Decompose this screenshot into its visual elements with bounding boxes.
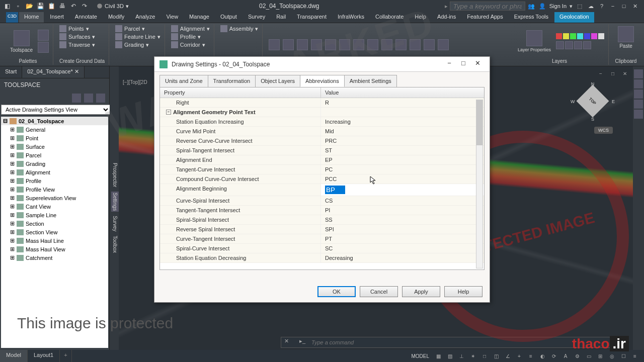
status-lwt-icon[interactable]: ≡ xyxy=(526,351,536,361)
val-0[interactable]: Increasing xyxy=(321,117,484,126)
prop-14[interactable]: Station Equation Decreasing xyxy=(160,253,321,262)
wcs-indicator[interactable]: WCS xyxy=(594,127,613,134)
close-icon[interactable]: ✕ xyxy=(631,2,639,10)
prop-12[interactable]: Curve-Tangent Intersect xyxy=(160,234,321,243)
status-workspace-icon[interactable]: ⚙ xyxy=(572,351,582,361)
toolspace-button[interactable]: Toolspace xyxy=(7,29,36,54)
property-grid[interactable]: RightR −Alignment Geometry Point Text St… xyxy=(160,98,484,268)
prop-2[interactable]: Reverse Curve-Curve Intersect xyxy=(160,136,321,145)
minimize-icon[interactable]: − xyxy=(609,2,617,10)
prop-right[interactable]: Right xyxy=(160,98,321,107)
paste-button[interactable]: Paste xyxy=(615,25,637,50)
status-annotation-icon[interactable]: A xyxy=(560,351,571,361)
val-9[interactable]: PI xyxy=(321,206,484,215)
palette-icon-2[interactable] xyxy=(38,42,49,53)
prop-group[interactable]: −Alignment Geometry Point Text xyxy=(160,108,321,117)
prop-3[interactable]: Spiral-Tangent Intersect xyxy=(160,146,321,155)
val-6[interactable]: PCC xyxy=(321,174,484,184)
status-clean-icon[interactable]: ☐ xyxy=(618,351,628,361)
saveas-icon[interactable]: 📋 xyxy=(46,1,56,11)
collapse-icon[interactable]: − xyxy=(166,110,171,115)
prop-8[interactable]: Curve-Spiral Intersect xyxy=(160,196,321,205)
app-switcher[interactable]: Civil 3D ▾ xyxy=(92,3,134,10)
traverse-dropdown[interactable]: Traverse ▾ xyxy=(59,41,105,48)
dtab-transformation[interactable]: Transformation xyxy=(208,75,256,87)
nav-orbit-icon[interactable] xyxy=(634,100,643,109)
sidetab-survey[interactable]: Survey xyxy=(112,216,118,232)
help-button[interactable]: Help xyxy=(444,286,482,297)
prop-10[interactable]: Spiral-Spiral Intersect xyxy=(160,215,321,224)
dialog-maximize-icon[interactable]: □ xyxy=(456,59,470,69)
assembly-dropdown[interactable]: Assembly ▾ xyxy=(220,25,259,32)
dtab-units[interactable]: Units and Zone xyxy=(159,75,208,87)
val-13[interactable]: SC xyxy=(321,244,484,253)
ribbon-tab-output[interactable]: Output xyxy=(215,12,242,23)
ribbon-tab-modify[interactable]: Modify xyxy=(103,12,129,23)
sidetab-settings[interactable]: Settings xyxy=(111,192,119,212)
modify-tool-1[interactable] xyxy=(339,39,350,50)
dialog-minimize-icon[interactable]: − xyxy=(442,59,456,69)
tree-item-profileview[interactable]: ⊞Profile View xyxy=(1,185,108,194)
val-11[interactable]: SPI xyxy=(321,225,484,234)
modify-tool-3[interactable] xyxy=(367,39,378,50)
space-indicator[interactable]: MODEL xyxy=(407,353,433,359)
tab-document[interactable]: 02_04_Toolspace* ✕ xyxy=(22,66,85,78)
viewport-close-icon[interactable]: ✕ xyxy=(620,68,630,78)
grid-scrollbar[interactable] xyxy=(476,100,483,268)
viewport-maximize-icon[interactable]: □ xyxy=(608,68,618,78)
color-blue[interactable] xyxy=(584,33,590,39)
tree-item-parcel[interactable]: ⊞Parcel xyxy=(1,151,108,159)
tree-root[interactable]: ⊟02_04_Toolspace xyxy=(1,117,108,125)
modify-tool-4[interactable] xyxy=(381,39,392,50)
sidetab-toolbox[interactable]: Toolbox xyxy=(112,236,118,253)
prop-9[interactable]: Tangent-Tangent Intersect xyxy=(160,206,321,215)
val-7-cell[interactable] xyxy=(321,184,484,196)
grading-dropdown[interactable]: Grading ▾ xyxy=(115,41,160,48)
prop-0[interactable]: Station Equation Increasing xyxy=(160,117,321,126)
val-10[interactable]: SS xyxy=(321,215,484,224)
status-units-icon[interactable]: ⊞ xyxy=(595,351,605,361)
draw-tool-5[interactable] xyxy=(325,39,336,50)
ribbon-tab-help[interactable]: Help xyxy=(410,12,431,23)
modify-tool-8[interactable] xyxy=(438,39,449,50)
palette-side-tabs[interactable]: Prospector Settings Survey Toolbox xyxy=(110,66,119,350)
ribbon-tab-collaborate[interactable]: Collaborate xyxy=(370,12,409,23)
draw-tool-3[interactable] xyxy=(297,39,308,50)
draw-tool-1[interactable] xyxy=(269,39,280,50)
tree-item-grading[interactable]: ⊞Grading xyxy=(1,159,108,168)
layer-properties-button[interactable]: Layer Properties xyxy=(515,29,554,53)
color-red[interactable] xyxy=(556,33,562,39)
draw-tool-4[interactable] xyxy=(311,39,322,50)
tree-item-superelevation[interactable]: ⊞Superelevation View xyxy=(1,194,108,202)
tree-item-profile[interactable]: ⊞Profile xyxy=(1,176,108,185)
tree-item-general[interactable]: ⊞General xyxy=(1,125,108,134)
ribbon-tab-express[interactable]: Express Tools xyxy=(509,12,553,23)
dtab-object-layers[interactable]: Object Layers xyxy=(255,75,300,87)
status-3dosnap-icon[interactable]: ◫ xyxy=(491,351,501,361)
exchange-icon[interactable]: ⬚ xyxy=(576,2,584,10)
prop-7[interactable]: Alignment Beginning xyxy=(160,184,321,196)
layer-tool-4[interactable] xyxy=(583,41,591,49)
a360-icon[interactable]: 👥 xyxy=(527,2,535,10)
ribbon-tab-addins[interactable]: Add-ins xyxy=(432,12,461,23)
dialog-close-icon[interactable]: ✕ xyxy=(470,59,485,69)
val-4[interactable]: EP xyxy=(321,155,484,164)
val-14[interactable]: Decreasing xyxy=(321,253,484,262)
prop-4[interactable]: Alignment End xyxy=(160,155,321,164)
ok-button[interactable]: OK xyxy=(317,286,356,297)
status-ortho-icon[interactable]: ⊥ xyxy=(456,351,466,361)
surfaces-dropdown[interactable]: Surfaces ▾ xyxy=(59,33,105,40)
status-transparency-icon[interactable]: ◐ xyxy=(537,351,547,361)
status-isolate-icon[interactable]: ◎ xyxy=(607,351,617,361)
val-2[interactable]: PRC xyxy=(321,136,484,145)
draw-tool-2[interactable] xyxy=(283,39,294,50)
settings-tree[interactable]: ⊟02_04_Toolspace ⊞General ⊞Point ⊞Surfac… xyxy=(1,117,108,348)
color-cyan[interactable] xyxy=(577,33,583,39)
modify-tool-7[interactable] xyxy=(424,39,435,50)
ribbon-tab-manage[interactable]: Manage xyxy=(184,12,214,23)
new-icon[interactable]: ▫ xyxy=(13,1,23,11)
toolspace-help-icon[interactable] xyxy=(96,94,105,103)
tree-item-masshaul-view[interactable]: ⊞Mass Haul View xyxy=(1,245,108,253)
tree-item-surface[interactable]: ⊞Surface xyxy=(1,142,108,151)
palette-icon-1[interactable] xyxy=(38,30,49,41)
